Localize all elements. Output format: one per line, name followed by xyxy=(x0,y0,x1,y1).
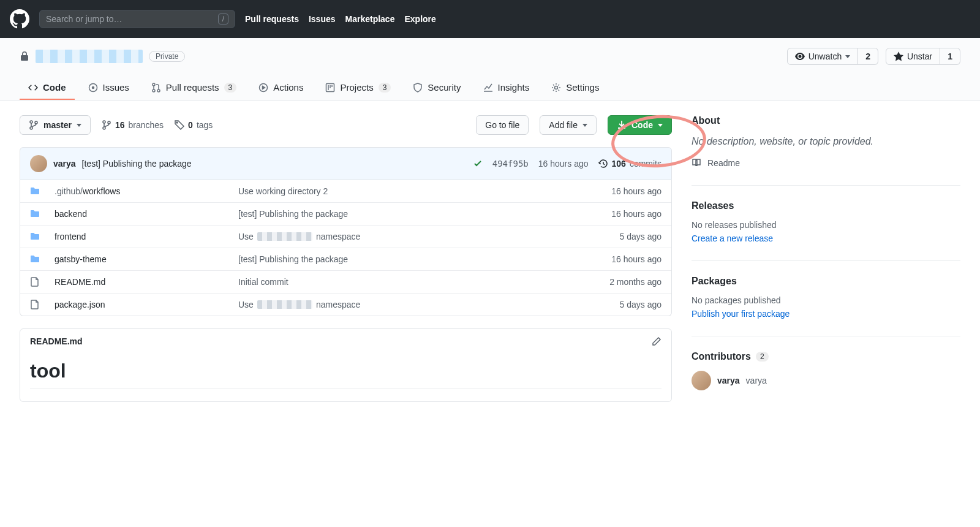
branch-switcher[interactable]: master xyxy=(20,115,91,135)
file-row[interactable]: frontendUse namespace5 days ago xyxy=(20,225,671,248)
file-list: .github/workflowsUse working directory 2… xyxy=(20,180,672,316)
packages-heading[interactable]: Packages xyxy=(692,276,960,287)
file-row[interactable]: package.jsonUse namespace5 days ago xyxy=(20,293,671,316)
contributor-row[interactable]: varya varya xyxy=(692,371,960,390)
svg-point-10 xyxy=(35,121,37,124)
tab-insights[interactable]: Insights xyxy=(475,76,538,100)
star-icon xyxy=(894,51,903,61)
tab-label: Settings xyxy=(566,82,599,93)
releases-heading[interactable]: Releases xyxy=(692,200,960,211)
file-commit-message[interactable]: Use working directory 2 xyxy=(238,186,551,196)
tab-pull-requests[interactable]: Pull requests 3 xyxy=(143,76,245,100)
commits-count: 106 xyxy=(612,159,626,169)
nav-explore[interactable]: Explore xyxy=(404,14,435,24)
avatar[interactable] xyxy=(30,155,47,172)
file-commit-message[interactable]: Use namespace xyxy=(238,300,551,309)
graph-icon xyxy=(483,83,493,93)
publish-package-link[interactable]: Publish your first package xyxy=(692,309,790,319)
latest-commit-row: varya [test] Publishing the package 494f… xyxy=(20,147,672,180)
svg-point-8 xyxy=(30,121,32,123)
repo-name-redacted[interactable] xyxy=(36,50,143,63)
file-name[interactable]: backend xyxy=(55,209,238,219)
unstar-button[interactable]: Unstar xyxy=(886,48,940,65)
nav-issues[interactable]: Issues xyxy=(309,14,336,24)
edit-icon[interactable] xyxy=(652,336,662,346)
readme-panel: README.md tool xyxy=(20,328,672,402)
code-label: Code xyxy=(631,120,653,130)
tab-code[interactable]: Code xyxy=(20,76,75,100)
commit-sha[interactable]: 494f95b xyxy=(492,159,529,169)
file-commit-message[interactable]: [test] Publishing the package xyxy=(238,209,551,219)
code-download-button[interactable]: Code xyxy=(608,115,672,135)
shield-icon xyxy=(413,83,423,93)
readme-filename[interactable]: README.md xyxy=(30,336,83,346)
file-name[interactable]: .github/workflows xyxy=(55,186,238,196)
tab-security[interactable]: Security xyxy=(404,76,469,100)
nav-pull-requests[interactable]: Pull requests xyxy=(245,14,299,24)
svg-point-2 xyxy=(153,83,155,86)
file-commit-message[interactable]: Initial commit xyxy=(238,277,551,287)
branches-count: 16 xyxy=(115,120,125,130)
tab-actions[interactable]: Actions xyxy=(250,76,312,100)
create-release-link[interactable]: Create a new release xyxy=(692,233,773,243)
file-row[interactable]: .github/workflowsUse working directory 2… xyxy=(20,180,671,202)
tab-label: Pull requests xyxy=(166,82,219,93)
github-logo-icon[interactable] xyxy=(10,9,29,29)
releases-empty: No releases published xyxy=(692,220,960,230)
tab-projects[interactable]: Projects 3 xyxy=(317,76,399,100)
file-commit-message[interactable]: [test] Publishing the package xyxy=(238,254,551,264)
git-branch-icon xyxy=(29,120,39,130)
slash-shortcut-badge: / xyxy=(218,13,228,25)
search-input[interactable] xyxy=(46,14,218,24)
about-heading: About xyxy=(692,115,960,126)
caret-down-icon xyxy=(845,55,850,58)
caret-down-icon xyxy=(77,124,81,127)
download-icon xyxy=(617,120,627,130)
file-name[interactable]: README.md xyxy=(55,277,238,287)
gear-icon xyxy=(551,83,561,93)
code-icon xyxy=(28,83,38,93)
tab-counter: 3 xyxy=(379,83,391,93)
commits-history-link[interactable]: 106 commits xyxy=(598,159,662,169)
contributors-heading[interactable]: Contributors 2 xyxy=(692,351,960,362)
folder-icon xyxy=(30,254,55,264)
add-file-button[interactable]: Add file xyxy=(540,115,597,135)
commit-author[interactable]: varya xyxy=(53,159,76,169)
project-icon xyxy=(325,83,335,93)
file-row[interactable]: backend[test] Publishing the package16 h… xyxy=(20,202,671,225)
file-time: 5 days ago xyxy=(551,232,662,241)
readme-heading: tool xyxy=(30,360,662,389)
add-file-label: Add file xyxy=(549,120,578,130)
file-name[interactable]: package.json xyxy=(55,300,238,309)
commit-time[interactable]: 16 hours ago xyxy=(538,159,589,169)
book-icon xyxy=(692,158,701,168)
branches-link[interactable]: 16 branches xyxy=(102,120,164,130)
repo-tabs: Code Issues Pull requests 3 Actions Proj… xyxy=(20,76,960,100)
file-row[interactable]: gatsby-theme[test] Publishing the packag… xyxy=(20,248,671,270)
file-icon xyxy=(30,300,55,309)
svg-point-13 xyxy=(108,121,110,124)
readme-label: Readme xyxy=(707,158,740,168)
readme-link[interactable]: Readme xyxy=(692,158,960,168)
avatar xyxy=(692,371,711,390)
file-name[interactable]: gatsby-theme xyxy=(55,254,238,264)
tab-label: Projects xyxy=(340,82,373,93)
tags-count: 0 xyxy=(188,120,193,130)
go-to-file-button[interactable]: Go to file xyxy=(476,115,529,135)
watch-count[interactable]: 2 xyxy=(858,48,878,65)
global-search[interactable]: / xyxy=(39,10,235,28)
tab-label: Code xyxy=(43,82,66,93)
nav-marketplace[interactable]: Marketplace xyxy=(345,14,395,24)
star-count[interactable]: 1 xyxy=(940,48,960,65)
unwatch-button[interactable]: Unwatch xyxy=(787,48,858,65)
about-section: About No description, website, or topic … xyxy=(692,115,960,168)
tab-issues[interactable]: Issues xyxy=(80,76,138,100)
svg-point-3 xyxy=(153,89,155,92)
file-row[interactable]: README.mdInitial commit2 months ago xyxy=(20,270,671,293)
file-commit-message[interactable]: Use namespace xyxy=(238,232,551,241)
tab-settings[interactable]: Settings xyxy=(543,76,608,100)
commit-message[interactable]: [test] Publishing the package xyxy=(82,159,192,169)
file-name[interactable]: frontend xyxy=(55,232,238,241)
check-icon[interactable] xyxy=(473,159,483,169)
tags-link[interactable]: 0 tags xyxy=(175,120,213,130)
